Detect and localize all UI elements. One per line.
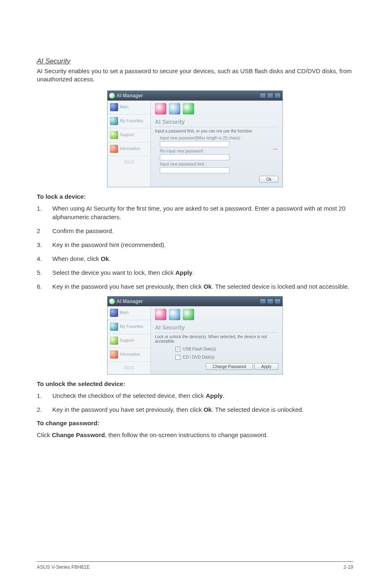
main-icon [110,103,118,111]
minimize-icon[interactable] [260,93,266,99]
new-password-label: Input new password(Max length is 20 char… [160,136,278,140]
favorites-icon [110,117,118,125]
sidebar-item-main[interactable]: Main [108,306,150,320]
ai-security-heading: AI Security [37,57,353,65]
section-desc: Lock or unlock the device(s). When selec… [155,334,278,343]
sidebar-item-label: My Favorites [120,119,143,123]
change-text-post: , then follow the on-screen instructions… [105,431,268,438]
favorites-icon [110,323,118,331]
change-title: To change password: [37,420,353,426]
sidebar-item-main[interactable]: Main [108,101,150,114]
sidebar-item-label: Support [120,133,134,137]
app-title-text: AI Manager [117,93,143,99]
footer-left: ASUS V-Series P8H61E [37,564,90,570]
ok-bold: Ok [101,255,109,262]
tool-icon-2[interactable] [169,103,180,114]
unlock-steps: Uncheck the checkbox of the selected dev… [37,391,353,414]
titlebar: AI Manager [108,91,282,101]
tool-icon-2[interactable] [169,309,180,320]
window-buttons[interactable] [260,93,281,99]
change-password-button[interactable]: Change Password [206,363,253,370]
app-icon [109,93,115,99]
main-panel: AI Security Lock or unlock the device(s)… [151,306,282,374]
change-text: Click Change Password, then follow the o… [37,431,353,439]
support-icon [110,337,118,345]
usb-check-row[interactable]: ✓USB Flash Disk(s) [175,347,278,352]
sidebar: Main My Favorites Support Information /I… [108,306,151,374]
sidebar-item-label: Support [120,339,134,343]
ai-manager-window-2: AI Manager Main My Favorites Support Inf… [107,296,283,375]
tool-icon-1[interactable] [155,103,166,114]
sidebar-item-label: Information [120,147,140,151]
unlock-step-2: Key in the password you have set previou… [37,405,353,414]
apply-button[interactable]: Apply [254,363,278,370]
hint-label: Input new password hint : [160,162,278,166]
sidebar-item-support[interactable]: Support [108,128,150,142]
lock-step-2: Confirm the password. [37,227,353,235]
tool-icon-1[interactable] [155,309,166,320]
brand-logo: /ISUS [108,156,150,168]
sidebar-item-information[interactable]: Information [108,142,150,156]
information-icon [110,350,118,359]
reinput-password-label: Re-Input new password : [160,149,278,153]
change-text-bold: Change Password [52,431,105,438]
sidebar-item-label: Main [120,105,129,109]
window-buttons[interactable] [260,298,281,304]
maximize-icon[interactable] [267,298,273,304]
unlock-title: To unlock the selected device: [37,380,353,387]
lock-title: To lock a device: [37,193,353,200]
hint-row: Input new password hint : [160,162,278,173]
tool-icon-3[interactable] [183,309,194,320]
new-password-row: Input new password(Max length is 20 char… [160,136,278,147]
main-icon [110,309,118,317]
app-title: AI Manager [109,93,143,99]
lock-step-5: Select the device you want to lock, then… [37,268,353,277]
maximize-icon[interactable] [267,93,273,99]
reinput-password-input[interactable] [160,154,229,160]
checkbox-icon[interactable]: ✓ [175,347,180,352]
apply-bold-2: Apply [206,392,223,399]
intro-text: AI Security enables you to set a passwor… [37,67,353,84]
minimize-icon[interactable] [260,298,266,304]
toolbar-icons [155,309,278,320]
sidebar-item-information[interactable]: Information [108,348,150,362]
hint-input[interactable] [160,167,229,173]
cddvd-check-row[interactable]: CD \ DVD Disk(s) [175,355,278,360]
close-icon[interactable] [274,93,281,99]
main-panel: AI Security Input a password first, or y… [151,101,282,187]
change-text-pre: Click [37,431,52,438]
reinput-password-row: Re-Input new password : *** [160,149,278,160]
titlebar: AI Manager [108,296,282,306]
sidebar: Main My Favorites Support Information /I… [108,101,151,187]
close-icon[interactable] [274,298,281,304]
sidebar-item-label: Information [120,352,140,357]
section-title: AI Security [155,117,278,127]
new-password-input[interactable] [160,141,229,147]
sidebar-item-favorites[interactable]: My Favorites [108,114,150,128]
lock-step-6: Key in the password you have set previou… [37,282,353,291]
page-footer: ASUS V-Series P8H61E 2-19 [37,561,353,570]
support-icon [110,131,118,139]
lock-step-4: When done, click Ok. [37,254,353,263]
apply-bold: Apply [175,269,193,276]
ok-bold-3: Ok [204,406,212,413]
information-icon [110,145,118,153]
checkbox-icon[interactable] [175,355,180,360]
app-icon [109,298,115,304]
screenshot-2: AI Manager Main My Favorites Support Inf… [37,296,353,375]
section-desc: Input a password first, or you can not u… [155,129,278,133]
sidebar-item-favorites[interactable]: My Favorites [108,320,150,334]
sidebar-item-support[interactable]: Support [108,334,150,348]
app-title-text: AI Manager [117,298,143,304]
brand-logo: /ISUS [108,362,150,374]
sidebar-item-label: My Favorites [120,325,143,329]
lock-steps: When using AI Security for the first tim… [37,204,353,291]
ok-button[interactable]: Ok [259,176,278,183]
footer-right: 2-19 [343,564,353,570]
lock-step-1: When using AI Security for the first tim… [37,204,353,221]
usb-label: USB Flash Disk(s) [183,347,216,351]
lock-step-3: Key in the password hint (recommended). [37,240,353,249]
tool-icon-3[interactable] [183,103,194,114]
warn-text: *** [273,148,278,152]
section-title: AI Security [155,323,278,333]
